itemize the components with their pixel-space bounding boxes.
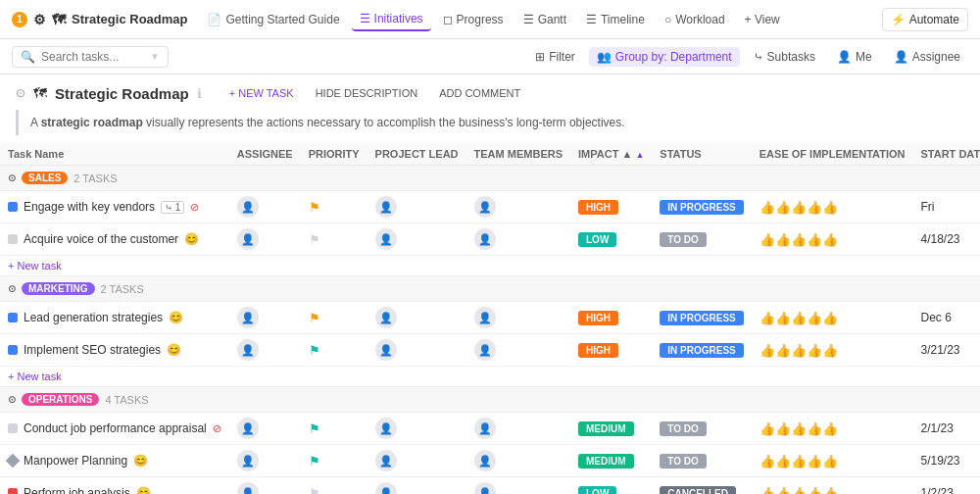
- task-project-lead[interactable]: 👤: [368, 477, 466, 495]
- group-collapse-icon[interactable]: ⊙: [8, 173, 16, 183]
- table-row[interactable]: Perform job analysis😊 👤 ⚑ 👤 👤 LOW CANCEL…: [0, 477, 980, 495]
- task-priority[interactable]: ⚑: [301, 413, 368, 445]
- task-priority[interactable]: ⚑: [301, 191, 368, 223]
- search-icon: 🔍: [21, 50, 35, 64]
- task-assignee[interactable]: 👤: [229, 223, 301, 256]
- new-task-label[interactable]: + New task: [0, 256, 980, 276]
- workload-icon: ○: [664, 13, 671, 26]
- col-header-start: START DATE: [912, 143, 980, 166]
- task-priority[interactable]: ⚑: [301, 445, 368, 477]
- task-assignee[interactable]: 👤: [229, 302, 301, 334]
- header-actions: + NEW TASK HIDE DESCRIPTION ADD COMMENT: [221, 84, 529, 102]
- task-ease: 👍👍👍👍👍: [752, 302, 913, 334]
- task-priority[interactable]: ⚑: [301, 223, 368, 256]
- task-team-members[interactable]: 👤: [466, 334, 570, 367]
- nav-getting-started[interactable]: 📄 Getting Started Guide: [199, 9, 347, 30]
- group-collapse-icon[interactable]: ⊙: [8, 394, 16, 405]
- collapse-chevron[interactable]: ⊙: [16, 86, 25, 100]
- gantt-icon: ☰: [523, 13, 534, 26]
- table-row[interactable]: Lead generation strategies😊 👤 ⚑ 👤 👤 HIGH…: [0, 302, 980, 334]
- task-name-text: Conduct job performance appraisal: [24, 421, 207, 435]
- task-priority[interactable]: ⚑: [301, 477, 368, 495]
- col-header-impact: IMPACT ▲ ▲: [570, 143, 652, 166]
- task-start-date: 4/18/23: [912, 223, 980, 256]
- nav-progress[interactable]: ◻ Progress: [435, 9, 512, 30]
- task-team-members[interactable]: 👤: [466, 477, 570, 495]
- emoji-reaction: 😊: [184, 232, 199, 246]
- task-project-lead[interactable]: 👤: [368, 445, 466, 477]
- task-assignee[interactable]: 👤: [229, 191, 301, 223]
- nav-timeline[interactable]: ☰ Timeline: [578, 9, 653, 30]
- table-row[interactable]: Manpower Planning😊 👤 ⚑ 👤 👤 MEDIUM TO DO …: [0, 445, 980, 477]
- task-priority[interactable]: ⚑: [301, 334, 368, 367]
- task-team-members[interactable]: 👤: [466, 445, 570, 477]
- task-name-text: Implement SEO strategies: [24, 343, 161, 357]
- group-badge: MARKETING: [22, 282, 95, 295]
- task-start-date: 5/19/23: [912, 445, 980, 477]
- add-comment-button[interactable]: ADD COMMENT: [431, 84, 528, 102]
- page-header: ⊙ 🗺 Strategic Roadmap ℹ + NEW TASK HIDE …: [0, 74, 980, 106]
- task-assignee[interactable]: 👤: [229, 334, 301, 367]
- progress-icon: ◻: [443, 13, 453, 26]
- automate-button[interactable]: ⚡ Automate: [882, 8, 968, 31]
- toolbar: 🔍 ▼ ⊞ Filter 👥 Group by: Department ⤷ Su…: [0, 39, 980, 74]
- task-start-date: 3/21/23: [912, 334, 980, 367]
- subtask-icon: ⤷ 1: [161, 201, 184, 214]
- task-impact: LOW: [570, 477, 652, 495]
- search-box[interactable]: 🔍 ▼: [12, 46, 169, 68]
- search-input[interactable]: [41, 50, 144, 64]
- task-project-lead[interactable]: 👤: [368, 302, 466, 334]
- new-task-row-marketing[interactable]: + New task: [0, 367, 980, 387]
- task-assignee[interactable]: 👤: [229, 445, 301, 477]
- task-team-members[interactable]: 👤: [466, 413, 570, 445]
- task-assignee[interactable]: 👤: [229, 413, 301, 445]
- top-navigation: 1 ⚙ 🗺 Strategic Roadmap 📄 Getting Starte…: [0, 0, 980, 39]
- task-name-cell: Manpower Planning😊: [0, 445, 229, 477]
- task-priority[interactable]: ⚑: [301, 302, 368, 334]
- task-project-lead[interactable]: 👤: [368, 334, 466, 367]
- new-task-row-sales[interactable]: + New task: [0, 256, 980, 276]
- me-button[interactable]: 👤 Me: [829, 47, 880, 67]
- group-task-count: 2 TASKS: [101, 283, 144, 295]
- notification-badge: 1: [12, 12, 27, 27]
- table-row[interactable]: Conduct job performance appraisal⊘ 👤 ⚑ 👤…: [0, 413, 980, 445]
- automate-icon: ⚡: [891, 13, 906, 26]
- nav-workload[interactable]: ○ Workload: [657, 9, 733, 30]
- task-impact: MEDIUM: [570, 445, 652, 477]
- table-row[interactable]: Implement SEO strategies😊 👤 ⚑ 👤 👤 HIGH I…: [0, 334, 980, 367]
- task-project-lead[interactable]: 👤: [368, 223, 466, 256]
- task-assignee[interactable]: 👤: [229, 477, 301, 495]
- task-team-members[interactable]: 👤: [466, 302, 570, 334]
- timeline-icon: ☰: [586, 13, 597, 26]
- group-by-button[interactable]: 👥 Group by: Department: [589, 47, 740, 67]
- task-team-members[interactable]: 👤: [466, 223, 570, 256]
- table-row[interactable]: Acquire voice of the customer😊 👤 ⚑ 👤 👤 L…: [0, 223, 980, 256]
- col-header-team: TEAM MEMBERS: [466, 143, 570, 166]
- task-status: CANCELLED: [652, 477, 751, 495]
- nav-initiatives[interactable]: ☰ Initiatives: [352, 8, 431, 31]
- col-header-task: Task Name: [0, 143, 229, 166]
- toolbar-actions: ⊞ Filter 👥 Group by: Department ⤷ Subtas…: [527, 47, 968, 67]
- col-header-assignee: ASSIGNEE: [229, 143, 301, 166]
- new-task-button[interactable]: + NEW TASK: [221, 84, 302, 102]
- table-row[interactable]: Engage with key vendors⤷ 1⊘ 👤 ⚑ 👤 👤 HIGH…: [0, 191, 980, 223]
- task-team-members[interactable]: 👤: [466, 191, 570, 223]
- emoji-reaction: 😊: [133, 454, 148, 468]
- nav-gantt[interactable]: ☰ Gantt: [515, 9, 574, 30]
- gear-icon[interactable]: ⚙: [33, 12, 46, 27]
- new-task-label[interactable]: + New task: [0, 367, 980, 387]
- nav-plus-view[interactable]: + View: [737, 9, 788, 30]
- task-name-text: Perform job analysis: [24, 486, 130, 494]
- filter-icon: ⊞: [535, 50, 545, 64]
- hide-description-button[interactable]: HIDE DESCRIPTION: [308, 84, 426, 102]
- task-project-lead[interactable]: 👤: [368, 191, 466, 223]
- group-badge: SALES: [22, 172, 68, 184]
- filter-button[interactable]: ⊞ Filter: [527, 47, 583, 67]
- doc-icon: 📄: [207, 13, 221, 26]
- group-collapse-icon[interactable]: ⊙: [8, 283, 16, 294]
- task-ease: 👍👍👍👍👍: [752, 223, 913, 256]
- subtasks-button[interactable]: ⤷ Subtasks: [746, 47, 823, 67]
- task-project-lead[interactable]: 👤: [368, 413, 466, 445]
- assignee-button[interactable]: 👤 Assignee: [886, 47, 968, 67]
- group-task-count: 4 TASKS: [105, 394, 148, 406]
